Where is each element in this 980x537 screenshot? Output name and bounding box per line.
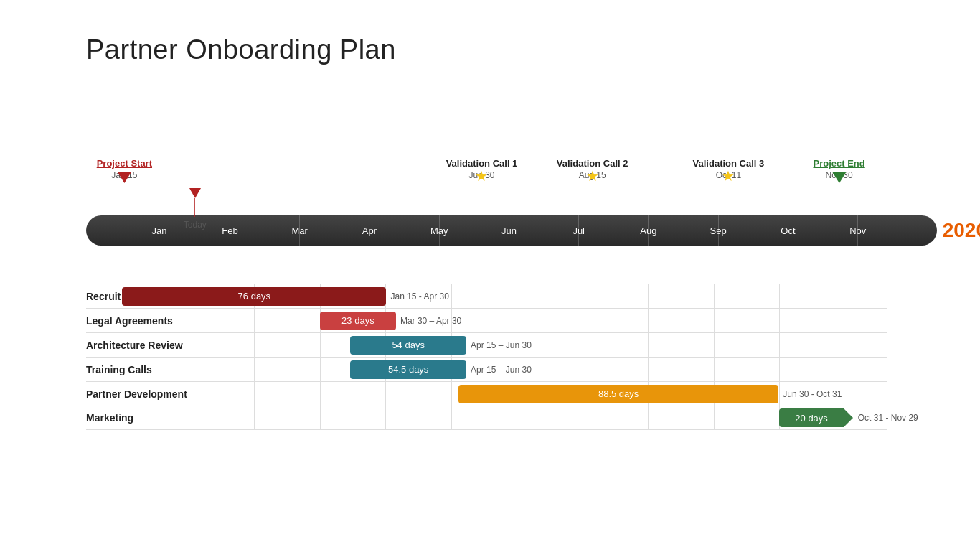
gantt-label-marketing: Marketing [86,412,201,424]
gantt-bar-label: 20 days [795,413,828,424]
month-aug: Aug [613,215,683,246]
year-label: 2020 [943,219,980,242]
month-label: Jun [501,225,517,236]
milestone-label-text: Validation Call 1 [446,158,518,169]
gantt-row-arch: Architecture Review 54 days Apr 15 – Jun… [86,332,887,357]
month-label: Nov [849,225,866,236]
arrow-tip-icon [844,408,853,427]
month-label: Jan [152,225,167,236]
month-label: Oct [781,225,795,236]
timeline-area: Project Start Jan 15 Validation Call 1 J… [86,158,937,246]
month-sep: Sep [684,215,753,246]
month-label: May [430,225,448,236]
gantt-bar-label: 54.5 days [388,364,428,375]
month-label: Mar [291,225,307,236]
star-icon: ★ [585,169,600,183]
milestone-labels: Project Start Jan 15 Validation Call 1 J… [86,158,937,215]
month-oct: Oct [753,215,823,246]
month-mar: Mar [265,215,334,246]
milestone-validation-3: Validation Call 3 Oct 11 ★ [693,158,765,180]
today-line [194,198,195,217]
gantt-date-legal: Mar 30 – Apr 30 [400,316,461,326]
gantt-label-legal: Legal Agreements [86,315,201,327]
gantt-bar-training: 54.5 days [350,360,466,379]
gantt-bar-label: 54 days [392,340,425,350]
today-marker: Today [184,188,207,230]
gantt-row-marketing: Marketing 20 days Oct 31 - Nov 29 [86,406,887,430]
month-label: Apr [362,225,377,236]
gantt-bar-arch: 54 days [350,336,466,355]
gantt-bar-partner-dev: 88.5 days [458,385,778,403]
milestone-validation-2: Validation Call 2 Aug 15 ★ [557,158,628,180]
milestone-label-text: Validation Call 3 [693,158,765,169]
today-arrow-icon [189,188,201,198]
gantt-date-arch: Apr 15 – Jun 30 [471,340,532,350]
gantt-bar-recruit: 76 days [122,287,386,306]
gantt-label-arch: Architecture Review [86,340,201,351]
gantt-date-training: Apr 15 – Jun 30 [471,365,532,375]
gantt-row-training: Training Calls 54.5 days Apr 15 – Jun 30 [86,357,887,381]
milestone-validation-1: Validation Call 1 Jun 30 ★ [446,158,518,180]
gantt-bar-label: 23 days [341,315,374,326]
gantt-bar-label: 76 days [238,291,271,302]
month-may: May [405,215,474,246]
gantt-row-recruit: Recruit 76 days Jan 15 - Apr 30 [86,284,887,308]
gantt-label-partner-dev: Partner Development [86,388,201,400]
arrow-down-icon [117,172,131,183]
month-label: Feb [222,225,237,236]
milestone-project-start: Project Start Jan 15 [97,158,152,180]
star-icon: ★ [721,169,735,183]
gantt-bar-label: 88.5 days [598,388,639,399]
page-title: Partner Onboarding Plan [86,34,396,65]
month-apr: Apr [334,215,404,246]
month-label: Aug [640,225,656,236]
gantt-row-partner-dev: Partner Development 88.5 days Jun 30 - O… [86,381,887,406]
month-label: Jul [573,225,585,236]
today-label: Today [184,220,207,230]
gantt-label-training: Training Calls [86,364,201,375]
month-nov: Nov [823,215,892,246]
month-jul: Jul [544,215,613,246]
timeline-bar: Jan Feb Mar Apr May Jun Jul Aug [86,215,937,246]
star-icon: ★ [474,169,489,183]
gantt-date-marketing: Oct 31 - Nov 29 [858,413,918,423]
gantt-date-recruit: Jan 15 - Apr 30 [391,291,449,302]
milestone-label-text: Project Start [97,158,152,169]
gantt-row-legal: Legal Agreements 23 days Mar 30 – Apr 30 [86,308,887,332]
arrow-down-green-icon [832,172,847,183]
gantt-bar-legal: 23 days [320,312,396,330]
month-label: Sep [710,225,727,236]
month-jun: Jun [474,215,544,246]
milestone-label-text: Project End [813,158,864,169]
milestone-label-text: Validation Call 2 [557,158,628,169]
gantt-area: Recruit 76 days Jan 15 - Apr 30 Legal Ag… [86,284,887,430]
milestone-project-end: Project End Nov 30 [813,158,864,180]
gantt-bar-marketing: 20 days [779,408,843,427]
gantt-date-partner-dev: Jun 30 - Oct 31 [783,389,842,399]
